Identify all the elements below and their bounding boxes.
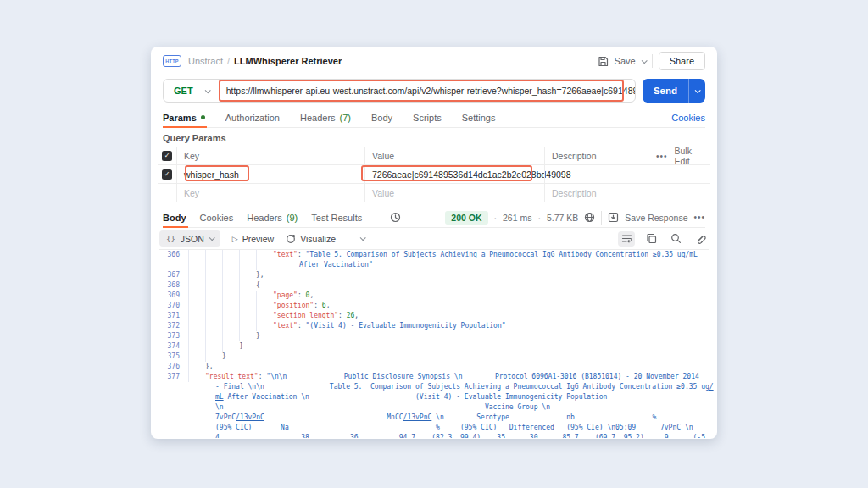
breadcrumb-workspace[interactable]: Unstract bbox=[188, 56, 223, 66]
response-body-code[interactable]: 366"text": "Table 5. Comparison of Subje… bbox=[158, 250, 714, 438]
code-link[interactable]: /mL bbox=[685, 251, 697, 258]
headers-count: (7) bbox=[340, 113, 351, 123]
save-button[interactable]: Save bbox=[615, 56, 636, 66]
tab-settings[interactable]: Settings bbox=[462, 108, 496, 127]
save-icon bbox=[598, 56, 609, 67]
param-description-cell[interactable] bbox=[544, 165, 656, 183]
method-selector[interactable]: GET bbox=[164, 86, 220, 96]
status-badge: 200 OK bbox=[445, 211, 487, 225]
response-tab-body[interactable]: Body bbox=[163, 208, 186, 227]
bulk-edit-button[interactable]: Bulk Edit bbox=[675, 146, 705, 166]
indent-guides bbox=[188, 260, 273, 270]
code-link[interactable]: /13vPnC bbox=[403, 413, 432, 421]
code-line: mL After Vaccination \n (Visit 4) - Eval… bbox=[158, 392, 714, 402]
method-chevron-icon bbox=[204, 87, 210, 93]
network-globe-icon[interactable] bbox=[584, 212, 595, 223]
divider bbox=[652, 54, 653, 68]
tab-authorization[interactable]: Authorization bbox=[225, 108, 280, 127]
cookies-link[interactable]: Cookies bbox=[671, 113, 705, 123]
visualize-icon bbox=[286, 234, 296, 244]
response-tab-cookies[interactable]: Cookies bbox=[200, 208, 234, 227]
preview-icon: ▷ bbox=[232, 235, 238, 243]
code-line: 7vPnC/13vPnC MnCC/13vPnC \n Serotype nb … bbox=[158, 413, 714, 423]
tab-body[interactable]: Body bbox=[371, 108, 392, 127]
toolbar-chevron-icon[interactable] bbox=[360, 235, 366, 241]
line-number: 367 bbox=[158, 270, 180, 280]
search-icon bbox=[670, 233, 682, 244]
indent-guides bbox=[188, 372, 205, 382]
wrap-text-button[interactable] bbox=[618, 231, 635, 247]
url-input-container: GET https://llmwhisperer-api.eu-west.uns… bbox=[163, 79, 636, 103]
indent-guides bbox=[188, 270, 256, 280]
code-line: (95% CIC) Na % (95% CIC) Differenced (95… bbox=[158, 423, 714, 433]
code-line: 367}, bbox=[158, 270, 714, 280]
request-header: HTTP Unstract / LLMWhisperer Retriever S… bbox=[151, 47, 717, 75]
visualize-button[interactable]: Visualize bbox=[286, 234, 336, 244]
indent-guides bbox=[188, 250, 273, 260]
send-dropdown[interactable] bbox=[688, 79, 705, 103]
indent-guides bbox=[188, 341, 239, 352]
response-time: 261 ms bbox=[503, 213, 531, 223]
save-response-icon bbox=[608, 212, 619, 223]
indent-guides bbox=[188, 291, 273, 301]
column-header-value: Value bbox=[364, 147, 544, 164]
preview-button[interactable]: ▷ Preview bbox=[232, 234, 274, 244]
link-button[interactable] bbox=[692, 231, 709, 247]
code-link[interactable]: / bbox=[709, 383, 714, 391]
url-input[interactable]: https://llmwhisperer-api.eu-west.unstrac… bbox=[220, 79, 635, 103]
indent-guides bbox=[188, 362, 205, 372]
save-dropdown-chevron-icon[interactable] bbox=[641, 58, 647, 64]
select-all-checkbox[interactable]: ✓ bbox=[162, 151, 172, 161]
query-params-title: Query Params bbox=[163, 133, 226, 143]
param-description-placeholder[interactable]: Description bbox=[544, 184, 656, 202]
indent-guides bbox=[188, 280, 256, 291]
table-row-empty: Key Value Description bbox=[158, 184, 710, 202]
row-checkbox[interactable]: ✓ bbox=[162, 169, 172, 180]
response-tab-test-results[interactable]: Test Results bbox=[311, 208, 362, 227]
save-response-button[interactable]: Save Response bbox=[625, 213, 687, 223]
response-headers-count: (9) bbox=[287, 213, 298, 223]
param-value-placeholder[interactable]: Value bbox=[364, 184, 544, 202]
request-tabs: Params Authorization Headers (7) Body Sc… bbox=[163, 108, 705, 128]
dot-separator: · bbox=[537, 213, 541, 223]
code-line: 376}, bbox=[158, 362, 714, 372]
code-line: 372"text": "(Visit 4) - Evaluable Immuno… bbox=[158, 321, 714, 331]
braces-icon: {} bbox=[166, 235, 175, 243]
response-more-icon[interactable]: ••• bbox=[693, 213, 705, 222]
copy-button[interactable] bbox=[643, 231, 659, 247]
search-button[interactable] bbox=[667, 231, 684, 247]
response-toolbar: {} JSON ▷ Preview Visualize bbox=[159, 228, 709, 250]
param-value-cell[interactable]: 7266aeae|c691489536d14dc1ac2b2e028bd4909… bbox=[364, 165, 544, 183]
breadcrumb-request-name[interactable]: LLMWhisperer Retriever bbox=[234, 56, 342, 66]
format-selector[interactable]: {} JSON bbox=[159, 230, 220, 247]
code-link[interactable]: mL bbox=[215, 393, 224, 401]
indent-guides bbox=[188, 321, 273, 331]
tab-scripts[interactable]: Scripts bbox=[413, 108, 442, 127]
tab-params[interactable]: Params bbox=[163, 108, 205, 127]
code-line: 370"position": 6, bbox=[158, 301, 714, 311]
table-header-row: ✓ Key Value Description ••• Bulk Edit bbox=[158, 147, 710, 165]
line-number: 376 bbox=[158, 362, 180, 372]
response-tab-headers[interactable]: Headers (9) bbox=[247, 208, 298, 227]
param-key-placeholder[interactable]: Key bbox=[176, 184, 364, 202]
send-label[interactable]: Send bbox=[643, 79, 688, 103]
format-chevron-icon bbox=[209, 235, 215, 241]
line-number: 374 bbox=[158, 341, 180, 352]
indent-guides bbox=[188, 331, 256, 341]
line-number: 366 bbox=[158, 250, 180, 260]
divider bbox=[601, 211, 602, 225]
code-line: 375} bbox=[158, 352, 714, 362]
share-button[interactable]: Share bbox=[659, 52, 705, 70]
code-link[interactable]: /13vPnC bbox=[236, 413, 264, 421]
send-chevron-icon bbox=[695, 87, 701, 93]
code-line: 371"section_length": 26, bbox=[158, 311, 714, 321]
code-line: 377"result_text": "\n\n Public Disclosur… bbox=[158, 372, 714, 382]
history-clock-icon[interactable] bbox=[390, 212, 401, 223]
tab-headers[interactable]: Headers (7) bbox=[300, 108, 351, 127]
table-row: ✓ whisper_hash 7266aeae|c691489536d14dc1… bbox=[158, 165, 710, 184]
param-key-cell[interactable]: whisper_hash bbox=[176, 165, 364, 183]
send-button[interactable]: Send bbox=[643, 79, 705, 103]
params-more-icon[interactable]: ••• bbox=[656, 152, 668, 161]
copy-icon bbox=[646, 233, 657, 244]
indent-guides bbox=[188, 352, 222, 362]
